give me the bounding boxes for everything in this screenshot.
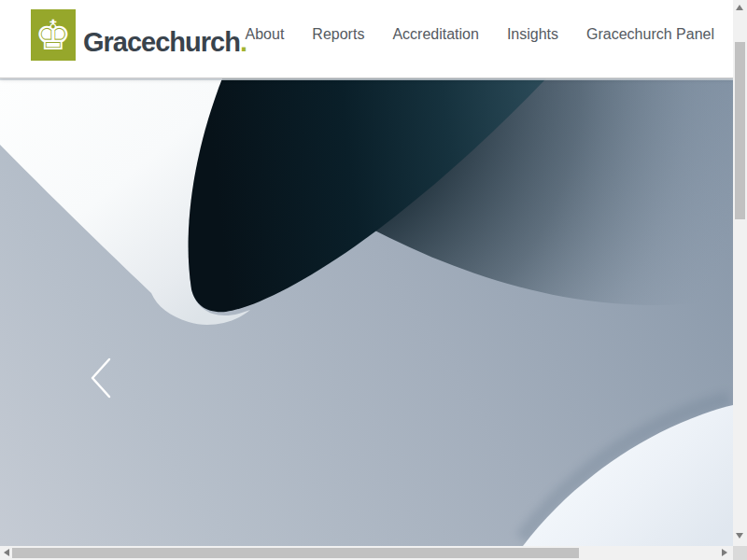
nav-item-insights[interactable]: Insights <box>507 25 558 43</box>
horizontal-scrollbar[interactable] <box>0 546 733 560</box>
brand-name: Gracechurch <box>83 27 240 57</box>
hero-carousel <box>0 78 733 546</box>
scroll-down-icon[interactable] <box>736 533 743 539</box>
chess-king-icon: ♚ <box>35 15 71 56</box>
scroll-left-icon[interactable] <box>4 549 9 556</box>
nav-item-accreditation[interactable]: Accreditation <box>392 25 479 43</box>
brand-logo-box: ♚ <box>31 9 76 61</box>
brand-wordmark: Gracechurch. <box>83 29 247 56</box>
hero-image <box>0 78 733 546</box>
scrollbar-corner <box>733 546 747 560</box>
vertical-scrollbar[interactable] <box>733 0 747 546</box>
nav-item-about[interactable]: About <box>246 25 285 43</box>
browser-viewport: ♚ Gracechurch. About Reports Accreditati… <box>0 0 733 546</box>
vertical-scrollbar-thumb[interactable] <box>735 42 745 219</box>
horizontal-scrollbar-thumb[interactable] <box>12 548 579 558</box>
brand-logo[interactable]: ♚ Gracechurch. <box>31 9 247 61</box>
nav-item-reports[interactable]: Reports <box>312 25 364 43</box>
site-header: ♚ Gracechurch. About Reports Accreditati… <box>0 0 733 78</box>
scroll-up-icon[interactable] <box>736 5 743 10</box>
scroll-right-icon[interactable] <box>722 549 727 556</box>
nav-item-gracechurch-panel[interactable]: Gracechurch Panel <box>586 25 714 43</box>
main-nav: About Reports Accreditation Insights Gra… <box>246 25 714 43</box>
